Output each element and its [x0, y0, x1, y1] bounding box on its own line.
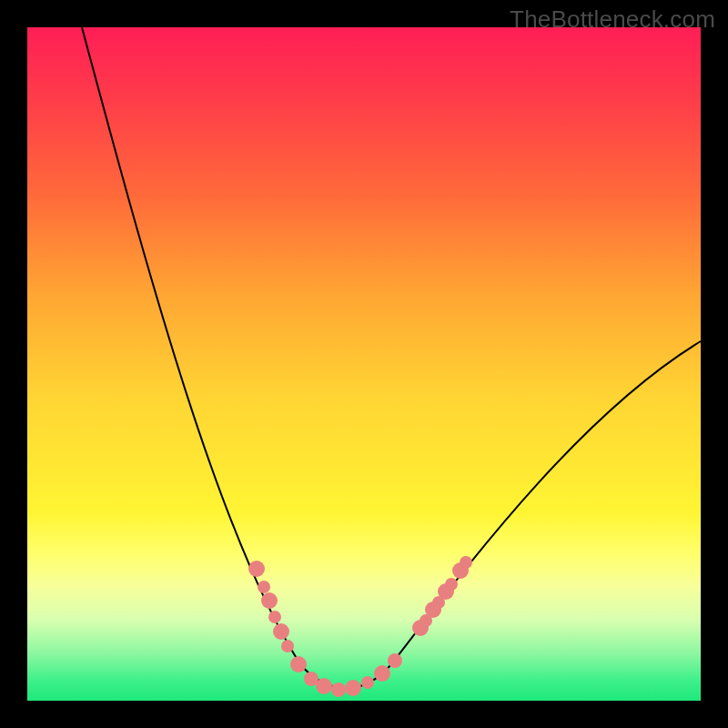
curve-marker — [258, 581, 270, 593]
bottleneck-curve — [82, 27, 701, 688]
curve-marker — [361, 676, 374, 689]
curve-marker — [445, 578, 458, 591]
marker-group — [248, 556, 472, 697]
curve-marker — [345, 680, 361, 696]
curve-marker — [388, 653, 402, 668]
chart-frame: TheBottleneck.com — [0, 0, 728, 728]
curve-marker — [268, 611, 281, 623]
curve-marker — [248, 561, 265, 577]
curve-svg — [27, 27, 701, 701]
curve-marker — [374, 665, 390, 682]
curve-marker — [316, 678, 332, 694]
curve-marker — [331, 682, 346, 697]
plot-area — [27, 27, 701, 701]
curve-marker — [261, 592, 278, 609]
curve-marker — [460, 556, 472, 569]
curve-marker — [290, 656, 307, 672]
curve-marker — [281, 640, 294, 652]
curve-marker — [273, 623, 289, 640]
